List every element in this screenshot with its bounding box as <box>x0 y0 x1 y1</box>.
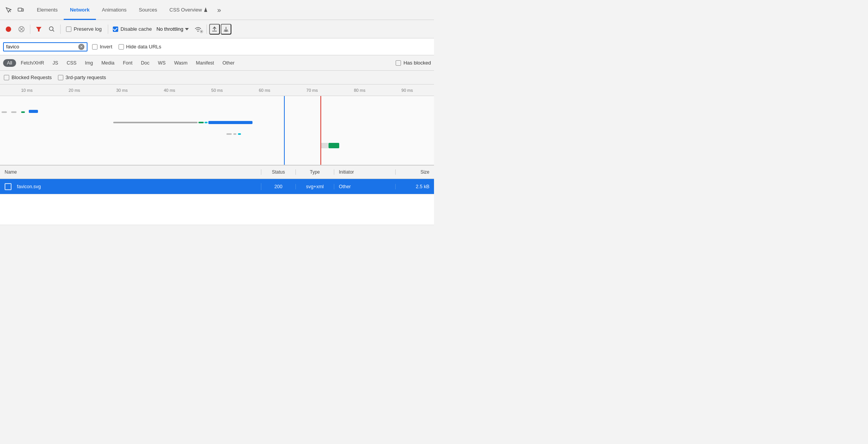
invert-checkbox[interactable] <box>92 44 97 50</box>
tabs-more-button[interactable]: » <box>214 0 224 20</box>
third-party-checkbox[interactable] <box>58 75 63 80</box>
type-css-button[interactable]: CSS <box>63 59 81 67</box>
toolbar-separator-1 <box>30 25 30 34</box>
tab-css-overview[interactable]: CSS Overview <box>163 0 215 20</box>
load-line <box>320 96 321 165</box>
tabs-container: Elements Network Animations Sources CSS … <box>31 0 431 20</box>
empty-rows-area <box>0 194 434 225</box>
table-header: Name Status Type Initiator Size <box>0 165 434 179</box>
hide-data-urls-label[interactable]: Hide data URLs <box>117 42 163 51</box>
svg-point-2 <box>6 27 11 32</box>
svg-point-10 <box>201 31 202 31</box>
tab-elements[interactable]: Elements <box>31 0 64 20</box>
blocked-requests-label[interactable]: Blocked Requests <box>4 75 52 80</box>
time-10ms: 10 ms <box>3 84 51 96</box>
time-90ms: 90 ms <box>383 84 431 96</box>
waterfall-chart[interactable] <box>0 96 434 165</box>
search-button[interactable] <box>46 23 58 35</box>
type-manifest-button[interactable]: Manifest <box>192 59 218 67</box>
svg-rect-0 <box>18 8 22 11</box>
preserve-log-checkbox[interactable] <box>66 27 71 32</box>
type-font-button[interactable]: Font <box>119 59 136 67</box>
col-header-name: Name <box>0 169 261 175</box>
col-header-initiator: Initiator <box>334 169 396 175</box>
filter-input[interactable] <box>6 44 77 50</box>
type-ws-button[interactable]: WS <box>154 59 169 67</box>
col-header-status: Status <box>261 169 296 175</box>
svg-rect-1 <box>22 9 23 11</box>
time-20ms: 20 ms <box>51 84 98 96</box>
row-size-cell: 2.5 kB <box>396 184 434 189</box>
filter-button[interactable] <box>33 23 45 35</box>
time-labels: 10 ms 20 ms 30 ms 40 ms 50 ms 60 ms 70 m… <box>0 84 434 96</box>
row-initiator-cell: Other <box>334 184 396 189</box>
row-status-cell: 200 <box>261 184 296 189</box>
type-filter-bar: All Fetch/XHR JS CSS Img Media Font Doc … <box>0 55 434 71</box>
devtools-icons <box>3 5 26 15</box>
disable-cache-label[interactable]: Disable cache <box>111 26 153 32</box>
filter-clear-button[interactable]: ✕ <box>78 44 84 50</box>
record-button[interactable] <box>2 23 15 35</box>
type-other-button[interactable]: Other <box>219 59 238 67</box>
row-checkbox[interactable] <box>5 183 12 190</box>
row-name-cell: favicon.svg <box>0 183 261 190</box>
col-header-type: Type <box>296 169 334 175</box>
type-doc-button[interactable]: Doc <box>137 59 153 67</box>
time-60ms: 60 ms <box>241 84 288 96</box>
time-50ms: 50 ms <box>193 84 241 96</box>
tab-network[interactable]: Network <box>64 0 96 20</box>
throttle-dropdown[interactable]: No throttling <box>154 25 191 33</box>
type-media-button[interactable]: Media <box>97 59 118 67</box>
type-all-button[interactable]: All <box>3 59 16 67</box>
time-40ms: 40 ms <box>146 84 193 96</box>
waterfall-header: 10 ms 20 ms 30 ms 40 ms 50 ms 60 ms 70 m… <box>0 84 434 96</box>
filter-search-box[interactable]: ✕ <box>3 42 87 51</box>
toolbar-separator-4 <box>206 25 207 34</box>
device-toggle-icon[interactable] <box>15 5 26 15</box>
time-30ms: 30 ms <box>98 84 146 96</box>
tab-bar: Elements Network Animations Sources CSS … <box>0 0 434 20</box>
type-js-button[interactable]: JS <box>49 59 62 67</box>
filter-bar: ✕ Invert Hide data URLs <box>0 38 434 55</box>
type-fetch-xhr-button[interactable]: Fetch/XHR <box>17 59 48 67</box>
invert-label[interactable]: Invert <box>91 42 114 51</box>
import-har-button[interactable] <box>209 24 220 35</box>
domcontentloaded-line <box>284 96 285 165</box>
tab-sources[interactable]: Sources <box>133 0 163 20</box>
toolbar-separator-3 <box>108 25 108 34</box>
blocked-bar: Blocked Requests 3rd-party requests <box>0 71 434 84</box>
has-blocked-checkbox[interactable] <box>396 60 401 66</box>
time-80ms: 80 ms <box>336 84 383 96</box>
col-header-size: Size <box>396 169 434 175</box>
svg-line-8 <box>53 30 54 31</box>
svg-point-7 <box>50 27 53 30</box>
toolbar-separator-2 <box>60 25 61 34</box>
third-party-label[interactable]: 3rd-party requests <box>58 75 106 80</box>
preserve-log-label[interactable]: Preserve log <box>63 26 105 32</box>
blocked-requests-checkbox[interactable] <box>4 75 9 80</box>
network-conditions-icon[interactable] <box>193 25 203 33</box>
type-wasm-button[interactable]: Wasm <box>170 59 191 67</box>
type-img-button[interactable]: Img <box>81 59 97 67</box>
network-toolbar: Preserve log Disable cache No throttling <box>0 20 434 38</box>
tab-animations[interactable]: Animations <box>96 0 133 20</box>
table-row[interactable]: favicon.svg 200 svg+xml Other 2.5 kB <box>0 179 434 194</box>
clear-button[interactable] <box>15 23 28 35</box>
has-blocked-label[interactable]: Has blocked <box>396 60 431 66</box>
hide-data-urls-checkbox[interactable] <box>119 44 124 50</box>
disable-cache-checkbox[interactable] <box>113 27 118 32</box>
cursor-icon[interactable] <box>3 5 14 15</box>
export-har-button[interactable] <box>221 24 231 35</box>
time-70ms: 70 ms <box>288 84 336 96</box>
row-type-cell: svg+xml <box>296 184 334 189</box>
svg-marker-6 <box>36 27 41 31</box>
